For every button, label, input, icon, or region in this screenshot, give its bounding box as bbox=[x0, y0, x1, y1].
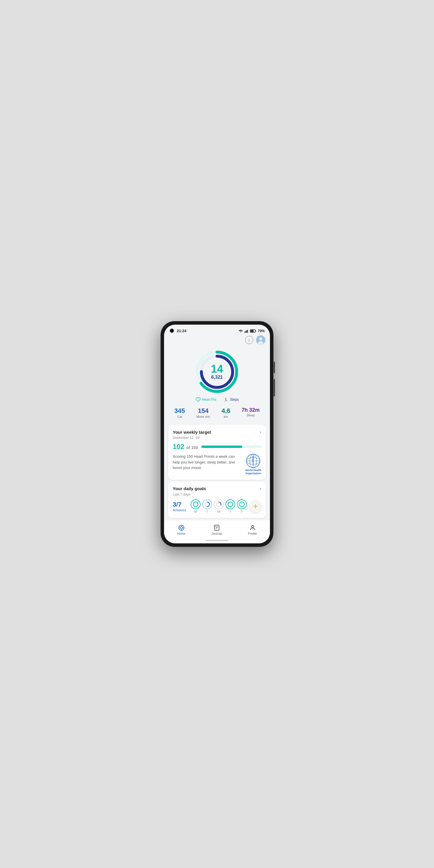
day-check-thursday: ✓ bbox=[229, 498, 231, 500]
user-avatar[interactable] bbox=[256, 335, 265, 345]
heart-pts-value: 14 bbox=[211, 363, 223, 374]
info-icon: i bbox=[249, 338, 250, 342]
target-body: Scoring 150 Heart Points a week can help… bbox=[173, 454, 261, 475]
daily-goals-subtitle: Last 7 days bbox=[173, 492, 261, 496]
day-circle-tuesday bbox=[202, 499, 212, 509]
steps-label: Steps bbox=[230, 398, 239, 402]
home-indicator bbox=[164, 537, 270, 544]
journal-icon bbox=[213, 524, 220, 531]
weekly-target-dates: December 12 -19 bbox=[173, 436, 261, 440]
who-logo: World HealthOrganization bbox=[245, 454, 261, 475]
steps-value: 6,321 bbox=[211, 374, 223, 380]
day-check-monday: ✓ bbox=[194, 498, 197, 500]
plus-icon: + bbox=[253, 502, 258, 510]
sleep-value: 7h 32m bbox=[242, 407, 259, 413]
weekly-target-card[interactable]: Your weekly target › December 12 -19 102… bbox=[168, 425, 266, 480]
day-thursday: ✓ T bbox=[225, 499, 235, 513]
svg-point-28 bbox=[240, 502, 244, 507]
nav-profile[interactable]: Profile bbox=[242, 523, 263, 536]
svg-point-8 bbox=[259, 337, 262, 340]
status-icons: 70% bbox=[239, 329, 265, 333]
weekly-target-header: Your weekly target › bbox=[173, 429, 261, 435]
day-ring-monday bbox=[192, 501, 199, 507]
goals-row: 3/7 Achieved ✓ M bbox=[173, 499, 261, 513]
day-ring-tuesday bbox=[204, 501, 210, 507]
day-label-friday: F bbox=[241, 510, 243, 513]
phone-screen: 21:24 bbox=[164, 324, 270, 544]
progress-bar-bg bbox=[202, 445, 261, 448]
bottom-nav: Home Journal Profile bbox=[164, 520, 270, 537]
target-of: of 150 bbox=[186, 445, 198, 450]
day-circle-wednesday bbox=[214, 499, 224, 509]
daily-goals-header: Your daily goals › bbox=[173, 486, 261, 491]
profile-icon bbox=[249, 524, 256, 531]
nav-journal[interactable]: Journal bbox=[206, 523, 228, 536]
day-circle-friday: ✓ bbox=[237, 499, 247, 509]
phone-frame: 21:24 bbox=[161, 321, 273, 547]
cal-value: 345 bbox=[175, 407, 185, 414]
heart-pts-label: Heart Pts bbox=[202, 398, 216, 402]
sleep-label: Sleep bbox=[242, 413, 259, 417]
day-label-monday: M bbox=[194, 510, 197, 513]
target-progress-row: 102 of 150 bbox=[173, 443, 261, 451]
svg-rect-0 bbox=[245, 332, 245, 333]
home-bar bbox=[206, 540, 228, 541]
daily-goals-title: Your daily goals bbox=[173, 486, 206, 491]
steps-legend: 🏃 Steps bbox=[223, 397, 239, 402]
day-circle-thursday: ✓ bbox=[225, 499, 235, 509]
heart-pts-legend: Heart Pts bbox=[195, 397, 216, 402]
svg-point-27 bbox=[228, 502, 232, 507]
steps-icon: 🏃 bbox=[223, 397, 228, 402]
stat-move: 154 Move min bbox=[196, 407, 210, 418]
battery-percent: 70% bbox=[258, 329, 265, 333]
svg-rect-5 bbox=[250, 330, 253, 332]
day-ring-wednesday bbox=[216, 501, 222, 507]
svg-rect-6 bbox=[255, 331, 256, 332]
target-description: Scoring 150 Heart Points a week can help… bbox=[173, 454, 243, 471]
ring-numbers: 14 6,321 bbox=[211, 363, 223, 380]
who-text: World HealthOrganization bbox=[245, 469, 261, 475]
status-time: 21:24 bbox=[177, 329, 186, 333]
stats-row: 345 Cal 154 Move min 4,6 km 7h 32m Sleep bbox=[164, 404, 270, 423]
svg-text:🏃: 🏃 bbox=[224, 398, 228, 402]
who-emblem-icon bbox=[246, 454, 260, 468]
weekly-target-chevron[interactable]: › bbox=[260, 429, 261, 435]
move-value: 154 bbox=[196, 407, 210, 414]
wifi-icon bbox=[239, 329, 243, 333]
signal-icon bbox=[245, 329, 249, 333]
day-ring-friday bbox=[239, 501, 245, 507]
daily-goals-card[interactable]: Your daily goals › Last 7 days 3/7 Achie… bbox=[168, 482, 266, 518]
volume-button bbox=[274, 362, 275, 373]
days-row: ✓ M bbox=[191, 499, 247, 513]
activity-ring-section: 14 6,321 Heart Pts 🏃 bbox=[164, 346, 270, 404]
day-monday: ✓ M bbox=[191, 499, 200, 513]
nav-home-label: Home bbox=[177, 532, 185, 535]
home-icon bbox=[178, 524, 185, 531]
daily-goals-chevron[interactable]: › bbox=[260, 486, 261, 491]
day-ring-thursday bbox=[227, 501, 234, 507]
goals-achieved-section: 3/7 Achieved bbox=[173, 501, 188, 512]
day-label-thursday: T bbox=[229, 510, 231, 513]
day-circle-monday: ✓ bbox=[191, 499, 200, 509]
nav-home[interactable]: Home bbox=[171, 523, 191, 536]
day-tuesday: T bbox=[202, 499, 212, 513]
svg-point-9 bbox=[258, 341, 263, 345]
day-check-friday: ✓ bbox=[241, 498, 243, 500]
battery-icon bbox=[250, 329, 256, 333]
activity-ring: 14 6,321 bbox=[194, 349, 240, 395]
main-scroll[interactable]: 14 6,321 Heart Pts 🏃 bbox=[164, 346, 270, 520]
top-icons-row: i bbox=[164, 335, 270, 346]
stat-cal: 345 Cal bbox=[175, 407, 185, 418]
stat-km: 4,6 km bbox=[221, 407, 230, 418]
info-button[interactable]: i bbox=[245, 336, 253, 344]
stat-sleep: 7h 32m Sleep bbox=[242, 407, 259, 418]
add-activity-fab[interactable]: + bbox=[250, 500, 261, 513]
cal-label: Cal bbox=[175, 415, 185, 418]
svg-rect-1 bbox=[246, 331, 247, 333]
svg-rect-2 bbox=[247, 330, 248, 333]
progress-bar-fill bbox=[202, 445, 242, 448]
svg-rect-3 bbox=[248, 329, 249, 333]
svg-point-30 bbox=[180, 527, 183, 529]
move-label: Move min bbox=[196, 415, 210, 418]
weekly-target-title: Your weekly target bbox=[173, 430, 211, 435]
